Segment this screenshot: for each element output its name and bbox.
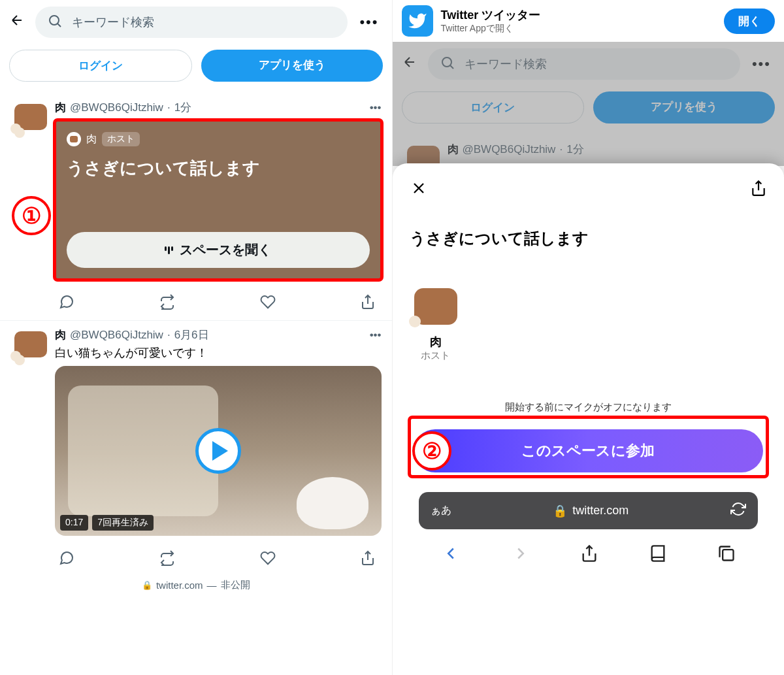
safari-url-bar[interactable]: ぁあ 🔒 twitter.com — [419, 492, 759, 529]
video-duration: 0:17 — [60, 515, 88, 531]
search-placeholder: キーワード検索 — [72, 14, 154, 30]
space-join-sheet: うさぎについて話します 肉 ホスト 開始する前にマイクがオフになります このスペ… — [393, 163, 785, 675]
search-input[interactable]: キーワード検索 — [35, 7, 348, 38]
host-avatar — [67, 132, 81, 146]
retweet-icon[interactable] — [159, 294, 175, 312]
tweet-actions — [0, 286, 392, 320]
modal-backdrop[interactable] — [393, 42, 785, 166]
safari-toolbar — [410, 529, 768, 574]
host-role: ホスト — [410, 350, 462, 362]
reply-icon[interactable] — [59, 294, 74, 312]
tweet-more-icon[interactable]: ••• — [370, 101, 382, 114]
annotation-badge-1: ① — [12, 196, 51, 235]
play-icon[interactable] — [195, 428, 241, 474]
space-title: うさぎについて話します — [67, 157, 370, 180]
close-icon[interactable] — [410, 179, 428, 202]
tabs-icon[interactable] — [717, 544, 736, 567]
share-icon[interactable] — [360, 550, 376, 568]
annotation-badge-2: ② — [412, 431, 451, 470]
login-button[interactable]: ログイン — [9, 50, 192, 82]
tweet-author-handle: @BWQB6QiJtzhiw — [70, 329, 163, 342]
share-icon[interactable] — [750, 180, 767, 201]
search-icon — [47, 13, 63, 31]
tweet-author-handle: @BWQB6QiJtzhiw — [70, 101, 163, 114]
sheet-title: うさぎについて話します — [410, 228, 768, 249]
url-domain: twitter.com — [572, 504, 629, 518]
text-size-icon[interactable]: ぁあ — [431, 504, 451, 518]
retweet-icon[interactable] — [159, 550, 175, 568]
tweet-actions — [0, 542, 392, 576]
tweet-author-name: 肉 — [55, 100, 66, 115]
tweet-author-name: 肉 — [55, 327, 66, 342]
banner-subtitle: Twitter Appで開く — [441, 23, 541, 35]
host-badge: ホスト — [102, 132, 140, 146]
nav-back-icon[interactable] — [441, 544, 461, 568]
audio-bars-icon — [165, 246, 173, 254]
like-icon[interactable] — [260, 294, 276, 312]
tweet-item[interactable]: 肉 @BWQB6QiJtzhiw · 6月6日 ••• 白い猫ちゃんが可愛いです… — [0, 320, 392, 542]
svg-rect-2 — [723, 550, 733, 560]
mic-note: 開始する前にマイクがオフになります — [410, 401, 768, 414]
reply-icon[interactable] — [59, 550, 74, 568]
host-name: 肉 — [410, 334, 462, 350]
video-thumbnail — [297, 477, 368, 529]
join-space-button[interactable]: このスペースに参加 — [414, 429, 764, 472]
back-icon[interactable] — [9, 12, 27, 33]
host-avatar — [414, 288, 457, 325]
listen-space-button[interactable]: スペースを聞く — [67, 232, 370, 268]
tweet-time: 1分 — [174, 100, 191, 115]
open-app-button[interactable]: 開く — [724, 8, 775, 34]
avatar[interactable] — [10, 100, 47, 137]
share-icon[interactable] — [360, 294, 376, 312]
space-card[interactable]: 肉 ホスト うさぎについて話します スペースを聞く — [55, 120, 382, 280]
more-icon[interactable]: ••• — [355, 14, 382, 31]
tweet-text: 白い猫ちゃんが可愛いです！ — [55, 345, 382, 361]
svg-point-0 — [50, 16, 59, 25]
app-open-banner: Twitter ツイッター Twitter Appで開く 開く — [393, 0, 785, 42]
space-host-name: 肉 — [86, 133, 97, 146]
video-card[interactable]: 0:17 7回再生済み — [55, 366, 382, 536]
footer-domain: 🔒 twitter.com — 非公開 — [0, 576, 392, 595]
lock-icon: 🔒 — [553, 504, 567, 518]
tweet-item[interactable]: 肉 @BWQB6QiJtzhiw · 1分 ••• 肉 ホスト うさぎについて話… — [0, 93, 392, 286]
nav-forward-icon — [511, 544, 531, 568]
tweet-time: 6月6日 — [174, 327, 209, 342]
bookmarks-icon[interactable] — [649, 544, 667, 567]
avatar[interactable] — [10, 327, 47, 364]
safari-share-icon[interactable] — [580, 544, 598, 567]
twitter-logo-icon — [402, 5, 433, 37]
video-views: 7回再生済み — [92, 515, 154, 531]
reload-icon[interactable] — [730, 501, 746, 520]
banner-title: Twitter ツイッター — [441, 7, 541, 23]
host-block[interactable]: 肉 ホスト — [410, 288, 462, 362]
use-app-button[interactable]: アプリを使う — [201, 50, 383, 82]
tweet-more-icon[interactable]: ••• — [370, 329, 382, 342]
lock-icon: 🔒 — [142, 580, 152, 590]
like-icon[interactable] — [260, 550, 276, 568]
